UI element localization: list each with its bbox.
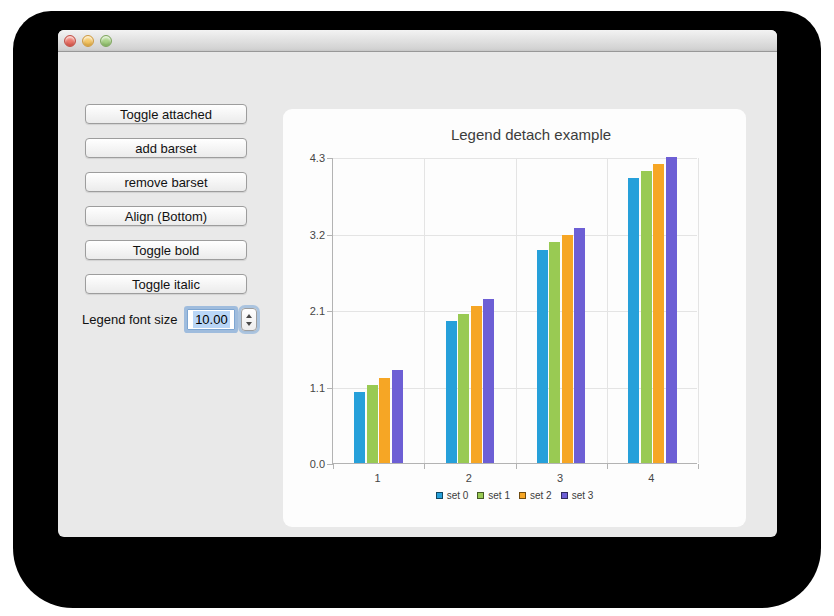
y-axis-tick — [327, 388, 333, 389]
y-axis-label: 1.1 — [293, 382, 325, 394]
bar-set0-group2 — [446, 321, 457, 463]
x-axis-tick — [698, 464, 699, 469]
legend-marker-icon[interactable] — [477, 492, 484, 499]
legend-item[interactable]: set 2 — [519, 490, 552, 501]
y-axis-label: 0.0 — [293, 458, 325, 470]
legend-label: set 1 — [488, 490, 510, 501]
add-barset-button[interactable]: add barset — [85, 138, 247, 158]
x-axis-label: 1 — [358, 472, 398, 484]
x-axis-label: 4 — [631, 472, 671, 484]
traffic-lights — [64, 35, 112, 47]
bar-set1-group3 — [549, 242, 560, 463]
close-button[interactable] — [64, 35, 76, 47]
x-axis-tick — [607, 464, 608, 469]
legend-item[interactable]: set 0 — [436, 490, 469, 501]
chart-panel: Legend detach example set 0set 1set 2set… — [283, 109, 746, 527]
bar-set2-group3 — [562, 235, 573, 463]
y-axis-label: 4.3 — [293, 152, 325, 164]
x-axis-label: 3 — [540, 472, 580, 484]
gridline-horizontal — [333, 158, 697, 159]
window-shadow: Toggle attached add barset remove barset… — [13, 11, 821, 608]
legend-font-size-spinbox: 10.00 — [187, 308, 257, 331]
gridline-vertical — [698, 158, 699, 463]
legend-label: set 3 — [572, 490, 594, 501]
gridline-vertical — [607, 158, 608, 463]
window-content: Toggle attached add barset remove barset… — [58, 52, 777, 536]
align-bottom-button[interactable]: Align (Bottom) — [85, 206, 247, 226]
bar-set0-group4 — [628, 178, 639, 463]
toggle-bold-button[interactable]: Toggle bold — [85, 240, 247, 260]
legend-marker-icon[interactable] — [519, 492, 526, 499]
legend-font-size-label: Legend font size — [82, 312, 177, 327]
chart-title: Legend detach example — [341, 126, 721, 143]
bar-set0-group1 — [354, 392, 365, 463]
stepper-up-button[interactable] — [246, 314, 252, 318]
x-axis-label: 2 — [449, 472, 489, 484]
y-axis-label: 2.1 — [293, 305, 325, 317]
x-axis-tick — [333, 464, 334, 469]
bar-set2-group1 — [379, 378, 390, 463]
toggle-attached-button[interactable]: Toggle attached — [85, 104, 247, 124]
bar-set1-group1 — [367, 385, 378, 463]
legend-font-size-stepper — [241, 308, 257, 331]
legend-label: set 0 — [447, 490, 469, 501]
plot-area — [332, 158, 697, 464]
legend-label: set 2 — [530, 490, 552, 501]
bar-set2-group4 — [653, 164, 664, 463]
titlebar[interactable] — [58, 30, 777, 52]
legend-item[interactable]: set 1 — [477, 490, 510, 501]
chart-legend: set 0set 1set 2set 3 — [283, 490, 746, 501]
bar-set3-group3 — [574, 228, 585, 463]
bar-set3-group2 — [483, 299, 494, 463]
legend-item[interactable]: set 3 — [561, 490, 594, 501]
y-axis-label: 3.2 — [293, 229, 325, 241]
legend-font-size-input[interactable]: 10.00 — [187, 309, 235, 330]
bar-set3-group4 — [666, 157, 677, 463]
gridline-vertical — [516, 158, 517, 463]
bar-set2-group2 — [471, 306, 482, 463]
stepper-down-button[interactable] — [246, 322, 252, 326]
zoom-button[interactable] — [100, 35, 112, 47]
remove-barset-button[interactable]: remove barset — [85, 172, 247, 192]
y-axis-tick — [327, 158, 333, 159]
x-axis-tick — [424, 464, 425, 469]
y-axis-tick — [327, 235, 333, 236]
app-window: Toggle attached add barset remove barset… — [58, 30, 777, 537]
bar-set1-group2 — [458, 314, 469, 463]
bar-set1-group4 — [641, 171, 652, 463]
bar-set3-group1 — [392, 370, 403, 463]
x-axis-tick — [516, 464, 517, 469]
legend-font-size-value: 10.00 — [193, 311, 230, 328]
gridline-vertical — [424, 158, 425, 463]
toggle-italic-button[interactable]: Toggle italic — [85, 274, 247, 294]
legend-marker-icon[interactable] — [561, 492, 568, 499]
legend-marker-icon[interactable] — [436, 492, 443, 499]
y-axis-tick — [327, 311, 333, 312]
bar-set0-group3 — [537, 250, 548, 463]
minimize-button[interactable] — [82, 35, 94, 47]
